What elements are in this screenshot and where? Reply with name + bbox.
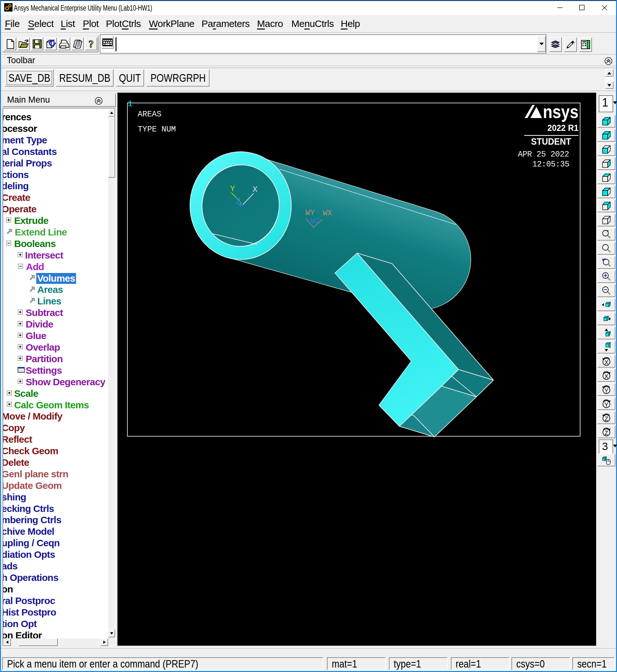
svg-text:1: 1 — [128, 99, 133, 109]
svg-text:STUDENT: STUDENT — [531, 136, 571, 147]
svg-text:?: ? — [88, 39, 94, 49]
svg-text:Z: Z — [605, 416, 608, 422]
svg-text:AREAS: AREAS — [138, 110, 161, 119]
svg-text:TYPE NUM: TYPE NUM — [138, 125, 176, 134]
svg-text:Y: Y — [605, 388, 608, 394]
svg-text:Z: Z — [236, 197, 241, 206]
svg-text:WY: WY — [305, 209, 315, 217]
svg-text:X: X — [605, 373, 608, 380]
svg-text:X: X — [605, 359, 608, 366]
svg-text:Y: Y — [230, 184, 235, 194]
svg-text:WZ: WZ — [311, 217, 320, 225]
svg-text:2022 R1: 2022 R1 — [547, 123, 579, 133]
svg-text:12:05:35: 12:05:35 — [532, 160, 570, 169]
svg-text:nsys: nsys — [543, 101, 579, 122]
svg-text:Z: Z — [605, 430, 608, 436]
svg-text:X: X — [252, 185, 258, 194]
svg-text:APR 25 2022: APR 25 2022 — [518, 150, 569, 159]
svg-text:WX: WX — [323, 209, 332, 217]
svg-text:Y: Y — [605, 402, 608, 408]
